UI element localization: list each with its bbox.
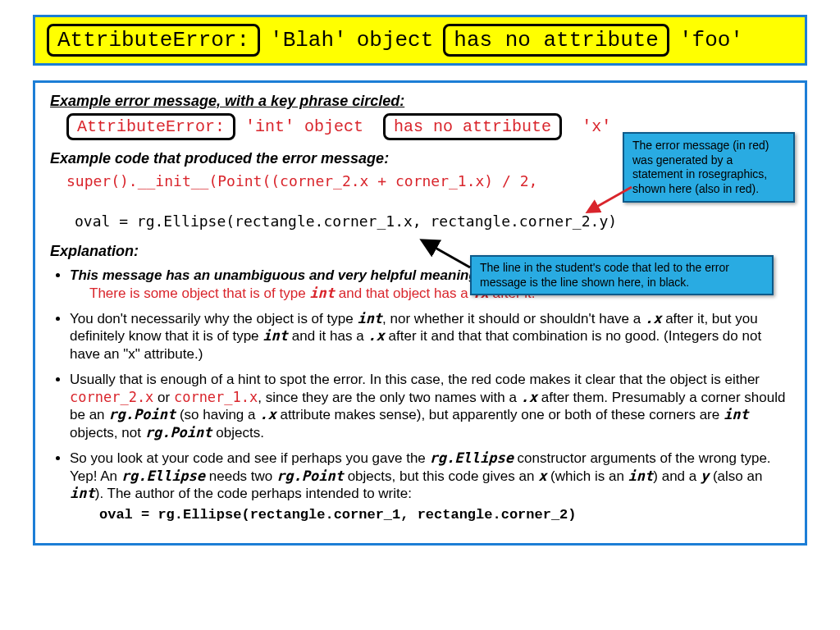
explanation-list: This message has an unambiguous and very… (70, 267, 790, 524)
arrow-black-icon (427, 243, 477, 276)
example-error-type: AttributeError: (66, 113, 235, 140)
error-banner: AttributeError: 'Blah' object has no att… (33, 15, 807, 66)
banner-key-phrase: has no attribute (443, 24, 669, 57)
example-error-mid: 'int' object (245, 117, 363, 136)
main-explanation-box: Example error message, with a key phrase… (33, 80, 807, 546)
example-key-phrase: has no attribute (383, 113, 562, 140)
banner-error-type: AttributeError: (47, 24, 260, 57)
list-item: You don't necessarily why the object is … (70, 310, 790, 363)
list-item: So you look at your code and see if perh… (70, 450, 790, 524)
section-heading-example-error: Example error message, with a key phrase… (50, 93, 790, 110)
banner-text-1: 'Blah' (270, 28, 347, 52)
svg-line-0 (594, 187, 632, 208)
list-item: Usually that is enough of a hint to spot… (70, 371, 790, 442)
callout-student-code: The line in the student's code that led … (470, 255, 774, 295)
corrected-code-line: oval = rg.Ellipse(rectangle.corner_1, re… (99, 506, 790, 524)
arrow-red-icon (589, 185, 638, 226)
callout-rosegraphics: The error message (in red) was generated… (623, 132, 795, 203)
example-error-tail: 'x' (582, 117, 611, 136)
banner-text-3: 'foo' (679, 28, 743, 52)
banner-text-2: object (357, 28, 434, 52)
svg-line-1 (432, 246, 470, 267)
code-black-line: oval = rg.Ellipse(rectangle.corner_1.x, … (75, 212, 790, 230)
bullet-1-detail: There is some object that is of type int… (89, 285, 536, 301)
